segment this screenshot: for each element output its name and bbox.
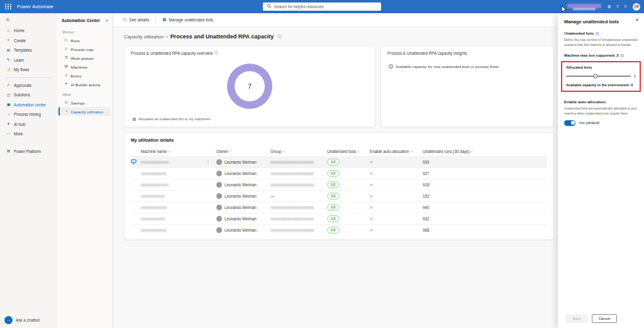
- auto-allocation-toggle[interactable]: [564, 120, 575, 126]
- sidebar-item-more[interactable]: ⋯More: [0, 129, 57, 139]
- table-row[interactable]: xxxxxxxxxxxxLeonardo Melmanxxxxxxxxxxxxx…: [131, 213, 547, 224]
- announcement-icon[interactable]: ⚐: [624, 4, 628, 9]
- unattended-bots-cell: 1/2: [327, 227, 370, 233]
- info-circle-icon: ⓘ: [123, 18, 127, 22]
- owner-cell: Leonardo Melman: [216, 205, 270, 210]
- chatbot-label: Ask a chatbot: [16, 318, 40, 322]
- slider-knob[interactable]: [594, 74, 598, 79]
- settings-gear-icon[interactable]: ⚙: [608, 4, 611, 9]
- table-body: xxxxxxxxxxxxxx⋮Leonardo Melmanxxxxxxxxxx…: [131, 156, 547, 235]
- machine-name-redacted: xxxxxxxxxxxx: [141, 217, 165, 221]
- subnav-item-ai-builder-activity[interactable]: ✦AI Builder activity: [58, 80, 111, 89]
- sort-chevron-icon: ∨: [230, 150, 231, 153]
- sidebar-item-my-flows[interactable]: ⚡My flows: [0, 65, 57, 75]
- unattended-bots-info-icon[interactable]: ⓘ: [596, 32, 599, 35]
- subnav-item-work-queues[interactable]: ☰Work queues: [58, 54, 111, 62]
- machine-name-redacted: xxxxxxxxxxxxx: [141, 228, 167, 232]
- user-avatar[interactable]: LM: [633, 3, 640, 11]
- sidebar-item-approvals[interactable]: ✓Approvals: [0, 81, 57, 91]
- close-icon[interactable]: ✕: [635, 18, 639, 23]
- sidebar-item-ai-hub[interactable]: ✦AI hub: [0, 120, 57, 130]
- table-row[interactable]: xxxxxxxxxxxxxLeonardo Melmanxxxxxxxxxxxx…: [131, 224, 547, 235]
- capacity-overview-card: Process & Unattended RPA capacity overvi…: [124, 45, 375, 127]
- unattended-bots-cell: 1/2: [327, 193, 370, 199]
- sidebar-item-label: Templates: [14, 48, 32, 52]
- environment-name-redacted[interactable]: [567, 3, 602, 11]
- group-empty-dash: —: [270, 194, 274, 198]
- sidebar-item-templates[interactable]: ⊞Templates: [0, 45, 57, 55]
- table-row[interactable]: xxxxxxxxxxxxxxLeonardo Melmanxxxxxxxxxxx…: [131, 179, 547, 190]
- column-header[interactable]: Enable auto-allocation∨: [370, 149, 423, 154]
- group-cell: xxxxxxxxxxxxxxxxxxxxxx: [270, 171, 327, 176]
- sidebar-item-process-mining[interactable]: ◔Process mining: [0, 110, 57, 120]
- table-row[interactable]: xxxxxxxxxxxxxLeonardo Melmanxxxxxxxxxxxx…: [131, 201, 547, 213]
- sidebar-item-create[interactable]: +Create: [0, 36, 57, 46]
- column-header[interactable]: Unattended bots∨: [327, 149, 370, 154]
- donut-legend: Allocated as unattended bot to my machin…: [125, 117, 375, 127]
- column-header[interactable]: Machine name∨: [141, 149, 216, 154]
- subnav-item-errors[interactable]: ⚠Errors: [58, 71, 111, 80]
- owner-avatar: [216, 227, 222, 233]
- sidebar-item-home[interactable]: ⌂Home: [0, 26, 57, 36]
- checkmark-icon: ✓: [370, 205, 373, 210]
- owner-name: Leonardo Melman: [225, 205, 257, 210]
- subnav-item-capacity-utilization[interactable]: ◑Capacity utilization: [58, 107, 111, 116]
- manage-unattended-bots-button[interactable]: ▦ Manage unattended bots: [162, 18, 213, 22]
- table-row[interactable]: xxxxxxxxxxxxxx⋮Leonardo Melmanxxxxxxxxxx…: [131, 156, 547, 167]
- process-map-icon: ◇: [64, 47, 69, 51]
- panel-collapse-icon[interactable]: «: [106, 18, 108, 23]
- app-launcher-icon[interactable]: [5, 4, 11, 10]
- table-row[interactable]: xxxxxxxxxxxxxLeonardo Melmanxxxxxxxxxxxx…: [131, 167, 547, 179]
- sidebar-item-automation-center[interactable]: ▣Automation center: [0, 100, 57, 110]
- machine-name-cell: xxxxxxxxxxxx: [141, 194, 216, 198]
- page-title-info-icon[interactable]: ⓘ: [277, 34, 281, 40]
- subnav-item-runs[interactable]: ▷Runs: [58, 36, 111, 45]
- sidebar-item-label: AI hub: [14, 122, 25, 127]
- search-input[interactable]: Search for helpful resources: [263, 3, 381, 11]
- sort-chevron-icon: ∨: [357, 150, 359, 153]
- sidebar-item-learn[interactable]: ✎Learn: [0, 55, 57, 65]
- save-button[interactable]: Save: [565, 314, 588, 323]
- chat-bubble-icon[interactable]: ⋯: [4, 316, 13, 324]
- breadcrumb-parent[interactable]: Capacity utilization: [124, 34, 164, 40]
- subnav-item-label: Capacity utilization: [71, 110, 104, 114]
- column-header[interactable]: Group∨: [270, 149, 327, 154]
- toolbar-divider: [155, 17, 156, 23]
- auto-allocation-cell: ✓: [370, 205, 423, 210]
- more-icon: ⋯: [6, 132, 11, 137]
- flows-icon: ⚡: [6, 68, 11, 72]
- machines-icon: ▤: [64, 65, 69, 69]
- auto-allocation-description: Unattended bots are automatically alloca…: [564, 106, 638, 116]
- utilization-title: My utilization details: [125, 133, 553, 144]
- capacity-icon: ◑: [64, 110, 69, 113]
- group-cell: xxxxxxxxxxxxxxxxxxxxxx: [270, 160, 327, 164]
- subnav-item-savings[interactable]: ◎Savings: [58, 98, 111, 107]
- auto-allocation-cell: ✓: [370, 171, 423, 176]
- sidebar-item-power-platform[interactable]: ⊞ Power Platform: [0, 147, 57, 157]
- bots-count-badge: 1/2: [327, 170, 340, 176]
- column-header[interactable]: Owner∨: [216, 149, 270, 154]
- checkmark-icon: ✓: [370, 194, 373, 198]
- cancel-button[interactable]: Cancel: [592, 314, 618, 323]
- group-cell: xxxxxxxxxxxxxxxxxxxxxx: [270, 228, 327, 232]
- subnav-item-machines[interactable]: ▤Machines: [58, 62, 111, 71]
- insights-card-title: Process & Unattended RPA capacity insigh…: [387, 51, 467, 55]
- help-icon[interactable]: ?: [616, 4, 619, 9]
- nav-collapse-icon[interactable]: ≡: [0, 13, 57, 26]
- overview-info-icon[interactable]: ⓘ: [214, 52, 218, 55]
- allocated-bots-slider[interactable]: [566, 76, 631, 77]
- owner-name: Leonardo Melman: [225, 160, 257, 164]
- utilization-table: Machine name∨Owner∨Group∨Unattended bots…: [125, 146, 553, 235]
- column-header[interactable]: Unattended runs (30 days)∨: [423, 149, 547, 154]
- see-details-button[interactable]: ⓘ See details: [123, 18, 149, 22]
- donut-value: 7: [248, 82, 252, 90]
- table-row[interactable]: xxxxxxxxxxxxLeonardo Melman—1/2✓152: [131, 190, 547, 201]
- sidebar-item-solutions[interactable]: ◫Solutions: [0, 90, 57, 100]
- subnav-item-label: AI Builder activity: [71, 82, 101, 87]
- app-title: Power Automate: [17, 4, 53, 9]
- unattended-runs-cell: 939: [423, 160, 547, 164]
- row-more-icon[interactable]: ⋮: [206, 160, 211, 165]
- group-name-redacted: xxxxxxxxxxxxxxxxxxxxxx: [270, 183, 314, 187]
- subnav-item-process-map[interactable]: ◇Process map: [58, 45, 111, 54]
- max-bots-info-icon[interactable]: ⓘ: [621, 54, 624, 57]
